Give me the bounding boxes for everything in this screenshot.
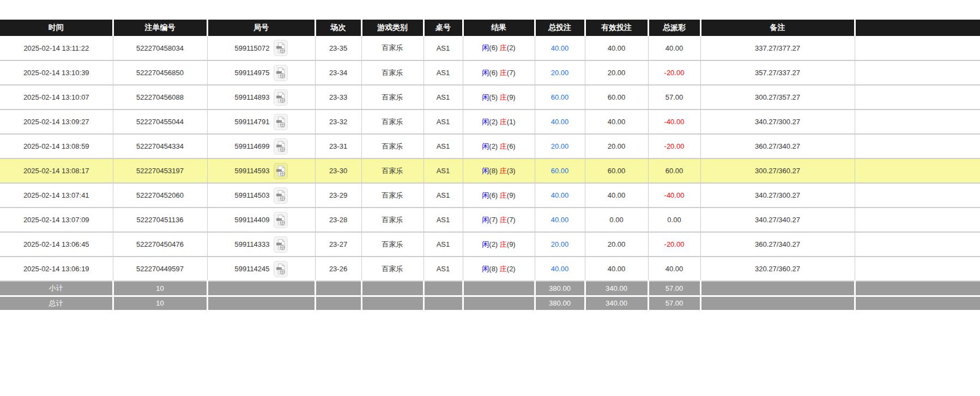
table-number-value: AS1 xyxy=(437,265,450,273)
round-number-cell: 599114893 xyxy=(207,85,315,109)
video-replay-icon[interactable] xyxy=(274,261,288,277)
video-replay-icon xyxy=(276,263,286,275)
total-bet-cell: 20.00 xyxy=(535,134,585,159)
time-cell: 2025-02-14 13:08:59 xyxy=(0,134,113,159)
bet-number-value: 522270452060 xyxy=(136,191,184,199)
total-payout-value: 40.00 xyxy=(666,44,683,52)
bet-number-value: 522270451136 xyxy=(137,216,184,224)
table-number-cell: AS1 xyxy=(424,208,463,232)
total-bet-value: 20.00 xyxy=(551,142,569,150)
banker-result-label: 庄 xyxy=(500,191,507,199)
video-replay-icon[interactable] xyxy=(274,40,288,56)
summary-total-payout: 57.00 xyxy=(666,284,683,293)
table-number-cell: AS1 xyxy=(424,134,463,159)
game-type-value: 百家乐 xyxy=(382,69,403,77)
total-payout-cell: -40.00 xyxy=(648,183,700,208)
video-replay-icon[interactable] xyxy=(274,138,288,155)
player-score: (8) xyxy=(489,167,498,175)
video-replay-icon[interactable] xyxy=(274,89,288,106)
summary-valid-bet: 340.00 xyxy=(606,299,627,307)
session-cell: 23-30 xyxy=(315,159,361,183)
summary-total-bet-cell: 380.00 xyxy=(535,296,585,310)
result-cell: 闲(6) 庄(2) xyxy=(463,36,535,60)
total-payout-value: -40.00 xyxy=(664,191,685,199)
remark-value: 340.27/300.27 xyxy=(755,118,800,126)
table-number-value: AS1 xyxy=(437,142,450,150)
round-number-cell: 599114791 xyxy=(207,109,315,134)
banker-result-label: 庄 xyxy=(500,240,507,248)
remark-cell: 300.27/360.27 xyxy=(700,159,855,183)
banker-result-label: 庄 xyxy=(500,216,507,224)
video-replay-icon xyxy=(276,214,286,226)
round-number-cell: 599114245 xyxy=(207,257,315,281)
table-number-value: AS1 xyxy=(437,44,450,52)
summary-total-payout-cell: 57.00 xyxy=(648,296,700,310)
video-replay-icon[interactable] xyxy=(274,65,288,81)
video-replay-icon[interactable] xyxy=(274,187,288,204)
total-bet-value: 40.00 xyxy=(551,191,569,199)
column-header-round-no: 局号 xyxy=(207,20,315,36)
game-type-cell: 百家乐 xyxy=(361,36,424,60)
session-cell: 23-31 xyxy=(315,134,361,159)
player-result-label: 闲 xyxy=(482,142,489,150)
bet-number-cell: 522270454334 xyxy=(113,134,207,159)
remark-cell: 340.27/300.27 xyxy=(700,183,855,208)
player-score: (6) xyxy=(489,44,498,52)
spacer-cell xyxy=(855,281,980,296)
game-type-value: 百家乐 xyxy=(382,240,403,248)
video-replay-icon[interactable] xyxy=(274,114,288,130)
round-number-cell: 599114333 xyxy=(207,232,315,257)
spacer-cell xyxy=(855,109,980,134)
column-header-game-type: 游戏类别 xyxy=(361,20,424,36)
total-bet-cell: 40.00 xyxy=(535,208,585,232)
column-header-label: 时间 xyxy=(49,23,64,32)
player-result-label: 闲 xyxy=(482,118,489,126)
video-replay-icon xyxy=(276,116,286,128)
total-payout-cell: 40.00 xyxy=(648,257,700,281)
table-number-cell: AS1 xyxy=(424,232,463,257)
video-replay-icon[interactable] xyxy=(274,236,288,253)
bet-number-cell: 522270451136 xyxy=(113,208,207,232)
total-payout-value: 60.00 xyxy=(666,167,683,175)
summary-valid-bet-cell: 340.00 xyxy=(585,296,648,310)
table-number-cell: AS1 xyxy=(424,36,463,60)
video-replay-icon[interactable] xyxy=(274,163,288,179)
total-bet-cell: 60.00 xyxy=(535,159,585,183)
result-cell: 闲(2) 庄(1) xyxy=(463,109,535,134)
valid-bet-value: 60.00 xyxy=(608,93,626,101)
bet-number-value: 522270454334 xyxy=(136,142,184,150)
game-type-cell: 百家乐 xyxy=(361,257,424,281)
spacer-cell xyxy=(855,183,980,208)
total-payout-value: -40.00 xyxy=(664,118,685,126)
column-header-label: 游戏类别 xyxy=(377,23,408,32)
summary-label-cell: 小计 xyxy=(0,281,113,296)
valid-bet-cell: 20.00 xyxy=(585,232,648,257)
game-type-cell: 百家乐 xyxy=(361,232,424,257)
column-header-bet-no: 注单编号 xyxy=(113,20,207,36)
player-score: (6) xyxy=(489,191,498,199)
valid-bet-value: 40.00 xyxy=(608,191,626,199)
banker-score: (1) xyxy=(507,118,516,126)
time-value: 2025-02-14 13:11:22 xyxy=(23,44,89,52)
result-cell: 闲(8) 庄(3) xyxy=(463,159,535,183)
game-type-cell: 百家乐 xyxy=(361,159,424,183)
remark-value: 300.27/357.27 xyxy=(755,93,800,101)
valid-bet-cell: 20.00 xyxy=(585,134,648,159)
round-number-value: 599114791 xyxy=(234,118,269,126)
valid-bet-value: 40.00 xyxy=(608,44,626,52)
game-type-value: 百家乐 xyxy=(382,265,403,273)
video-replay-icon xyxy=(276,92,286,103)
valid-bet-cell: 40.00 xyxy=(585,257,648,281)
round-number-cell: 599114503 xyxy=(207,183,315,208)
summary-total-bet-cell: 380.00 xyxy=(535,281,585,296)
video-replay-icon xyxy=(276,42,286,54)
video-replay-icon[interactable] xyxy=(274,212,288,228)
player-score: (7) xyxy=(489,216,498,224)
bet-number-cell: 522270449597 xyxy=(113,257,207,281)
column-header-label: 有效投注 xyxy=(601,23,632,32)
remark-cell: 300.27/357.27 xyxy=(700,85,855,109)
bet-number-value: 522270449597 xyxy=(136,265,184,273)
column-header-label: 总投注 xyxy=(548,23,571,32)
summary-count: 10 xyxy=(156,299,164,307)
valid-bet-cell: 40.00 xyxy=(585,183,648,208)
